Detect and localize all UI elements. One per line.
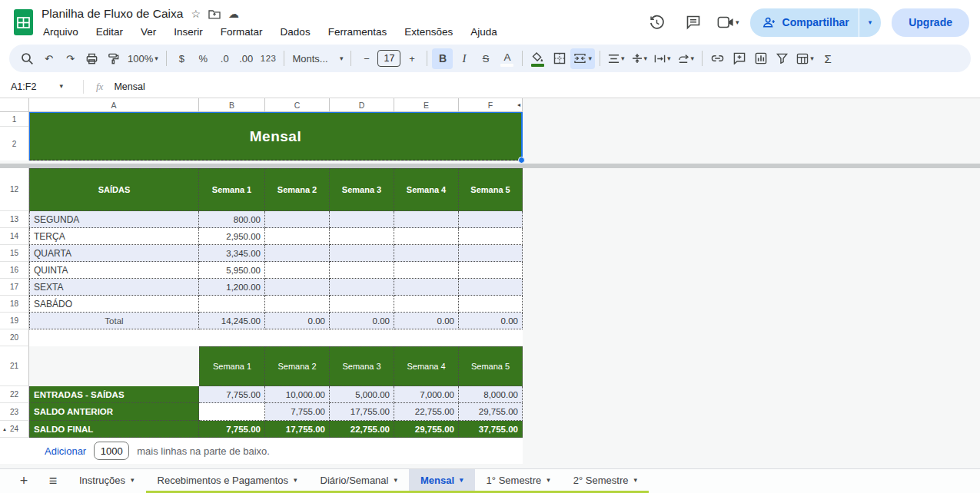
horizontal-align-button[interactable]: ▾ <box>605 48 628 69</box>
cell[interactable] <box>394 296 459 313</box>
cell[interactable]: 7,755.00 <box>199 421 265 438</box>
cell[interactable]: SEGUNDA <box>29 211 199 228</box>
cell[interactable]: 29,755.00 <box>459 403 523 421</box>
format-percent-button[interactable]: % <box>193 48 214 69</box>
tab-caret-icon[interactable]: ▾ <box>394 477 397 484</box>
column-header-c[interactable]: C <box>265 98 330 112</box>
cell-semana3-header[interactable]: Semana 3 <box>330 168 394 211</box>
cell[interactable] <box>459 262 523 279</box>
zoom-select[interactable]: 100% ▾ <box>125 48 161 69</box>
cell[interactable]: 0.00 <box>394 313 459 329</box>
cell[interactable] <box>29 346 199 386</box>
fill-color-button[interactable] <box>527 48 548 69</box>
menu-editar[interactable]: Editar <box>95 25 125 38</box>
tab-diario-semanal[interactable]: Diário/Semanal ▾ <box>309 469 409 493</box>
menu-ajuda[interactable]: Ajuda <box>469 25 499 38</box>
font-select[interactable]: Monts... ▾ <box>289 48 346 69</box>
share-caret-icon[interactable]: ▾ <box>859 8 882 37</box>
create-filter-icon[interactable] <box>772 48 792 69</box>
insert-link-icon[interactable] <box>707 48 728 69</box>
cell[interactable]: 0.00 <box>459 313 523 329</box>
cell[interactable]: 800.00 <box>199 211 265 228</box>
cell[interactable]: 0.00 <box>265 313 330 329</box>
cell-semana4-header[interactable]: Semana 4 <box>394 168 459 211</box>
cell[interactable]: 22,755.00 <box>394 403 459 421</box>
cell-semana5-header2[interactable]: Semana 5 <box>459 346 523 386</box>
more-formats-button[interactable]: 123 <box>257 48 280 69</box>
tab-instrucoes[interactable]: Instruções ▾ <box>68 469 146 493</box>
cell[interactable] <box>330 228 394 245</box>
cell[interactable]: 2,950.00 <box>199 228 265 245</box>
move-to-folder-icon[interactable] <box>208 9 221 19</box>
decrease-font-size-button[interactable]: − <box>356 48 377 69</box>
cell[interactable]: 22,755.00 <box>330 421 394 438</box>
vertical-align-button[interactable]: ▾ <box>629 48 651 69</box>
cell[interactable] <box>330 279 394 296</box>
cell[interactable] <box>265 228 330 245</box>
cell[interactable] <box>265 211 330 228</box>
tab-mensal[interactable]: Mensal ▾ <box>409 469 475 493</box>
menu-inserir[interactable]: Inserir <box>172 25 204 38</box>
cell-semana1-header[interactable]: Semana 1 <box>199 168 265 211</box>
version-history-icon[interactable] <box>643 9 669 35</box>
text-color-button[interactable]: A <box>497 48 517 69</box>
document-title[interactable]: Planilha de Fluxo de Caixa <box>42 7 183 21</box>
comments-icon[interactable] <box>680 9 706 35</box>
tab-caret-icon[interactable]: ▾ <box>546 477 550 484</box>
row-header-19[interactable]: 19 <box>0 313 29 329</box>
row-header-15[interactable]: 15 <box>0 245 29 262</box>
row-header-16[interactable]: 16 <box>0 262 29 279</box>
tab-recebimentos-e-pagamentos[interactable]: Recebimentos e Pagamentos ▾ <box>146 469 309 493</box>
column-header-e[interactable]: E <box>394 98 459 112</box>
cell[interactable]: 0.00 <box>330 313 394 329</box>
cell-entradas-saidas[interactable]: ENTRADAS - SAÍDAS <box>29 386 199 403</box>
row-header-2[interactable]: 2 <box>0 127 28 160</box>
decrease-decimals-button[interactable]: .0 <box>214 48 235 69</box>
print-icon[interactable] <box>81 48 102 69</box>
cell-saldo-anterior[interactable]: SALDO ANTERIOR <box>29 403 199 421</box>
cell[interactable] <box>394 262 459 279</box>
hidden-columns-indicator-icon[interactable]: ◂ <box>517 101 520 108</box>
italic-button[interactable]: I <box>453 48 474 69</box>
all-sheets-menu-icon[interactable]: ≡ <box>38 469 68 493</box>
cell[interactable] <box>459 245 523 262</box>
increase-font-size-button[interactable]: + <box>401 48 422 69</box>
cell-semana1-header2[interactable]: Semana 1 <box>199 346 265 386</box>
insert-comment-icon[interactable] <box>729 48 749 69</box>
cell[interactable]: 7,000.00 <box>394 386 459 403</box>
cell[interactable]: 5,950.00 <box>199 262 265 279</box>
cell[interactable]: QUINTA <box>29 262 199 279</box>
font-size-input[interactable]: 17 <box>377 50 400 67</box>
share-button[interactable]: Compartilhar <box>750 8 859 37</box>
upgrade-button[interactable]: Upgrade <box>892 8 969 37</box>
column-header-d[interactable]: D <box>330 98 394 112</box>
sheets-logo-icon[interactable] <box>8 5 38 40</box>
row-header-24[interactable]: ▲ 24 <box>0 421 29 438</box>
tab-caret-icon[interactable]: ▾ <box>633 477 637 484</box>
tab-caret-icon[interactable]: ▾ <box>131 477 135 484</box>
video-call-caret-icon[interactable]: ▾ <box>736 19 739 26</box>
cell-semana5-header[interactable]: Semana 5 <box>459 168 523 211</box>
cell[interactable] <box>265 262 330 279</box>
search-icon[interactable] <box>17 48 38 69</box>
cell[interactable]: 3,345.00 <box>199 245 265 262</box>
row-header-18[interactable]: 18 <box>0 296 29 313</box>
merge-cells-button[interactable]: ▾ <box>570 48 595 69</box>
name-box[interactable]: A1:F2 ▾ <box>0 81 69 92</box>
cell[interactable]: SABÁDO <box>29 296 199 313</box>
cell-semana4-header2[interactable]: Semana 4 <box>394 346 459 386</box>
menu-formatar[interactable]: Formatar <box>219 25 264 38</box>
strikethrough-button[interactable]: S <box>475 48 496 69</box>
menu-arquivo[interactable]: Arquivo <box>42 25 80 38</box>
row-header-13[interactable]: 13 <box>0 211 29 228</box>
cell[interactable]: 17,755.00 <box>330 403 394 421</box>
cell[interactable] <box>394 228 459 245</box>
column-header-b[interactable]: B <box>199 98 265 112</box>
menu-dados[interactable]: Dados <box>279 25 312 38</box>
row-header-17[interactable]: 17 <box>0 279 29 296</box>
cell[interactable] <box>459 296 523 313</box>
cell[interactable] <box>394 211 459 228</box>
format-currency-button[interactable]: $ <box>171 48 192 69</box>
tab-caret-icon[interactable]: ▾ <box>460 477 463 484</box>
tab-1-semestre[interactable]: 1° Semestre ▾ <box>475 469 562 493</box>
